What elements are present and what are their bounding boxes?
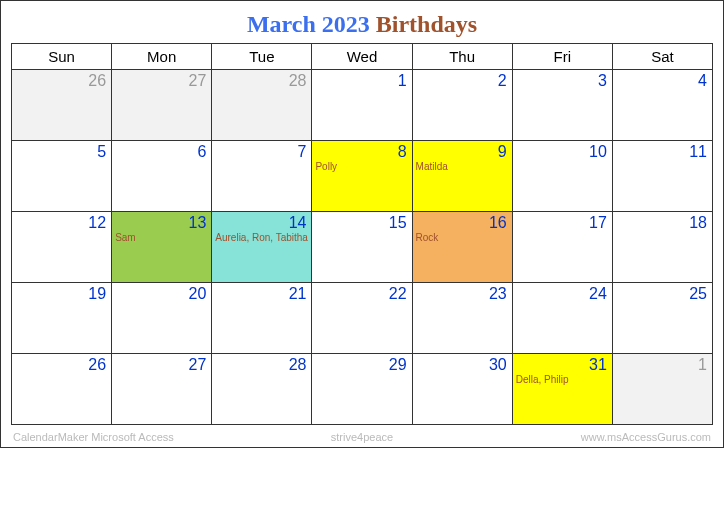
title-suffix: Birthdays	[376, 11, 477, 37]
day-number: 23	[489, 285, 507, 303]
footer-right: www.msAccessGurus.com	[478, 431, 711, 443]
weekday-header: Mon	[112, 44, 212, 70]
day-number: 6	[197, 143, 206, 161]
day-number: 24	[589, 285, 607, 303]
day-cell[interactable]: 20	[112, 283, 212, 354]
birthday-event: Matilda	[416, 161, 448, 172]
day-cell[interactable]: 3	[513, 70, 613, 141]
day-number: 7	[298, 143, 307, 161]
day-cell[interactable]: 26	[12, 354, 112, 425]
day-number: 8	[398, 143, 407, 161]
footer: CalendarMaker Microsoft Access strive4pe…	[1, 429, 723, 447]
day-cell[interactable]: 24	[513, 283, 613, 354]
day-number: 14	[289, 214, 307, 232]
day-cell[interactable]: 22	[312, 283, 412, 354]
day-number: 29	[389, 356, 407, 374]
day-number: 1	[398, 72, 407, 90]
day-cell[interactable]: 14Aurelia, Ron, Tabitha	[212, 212, 312, 283]
day-number: 2	[498, 72, 507, 90]
day-number: 11	[689, 143, 707, 161]
day-cell[interactable]: 16Rock	[413, 212, 513, 283]
day-cell[interactable]: 27	[112, 70, 212, 141]
birthday-event: Rock	[416, 232, 439, 243]
day-cell[interactable]: 28	[212, 354, 312, 425]
day-number: 26	[88, 356, 106, 374]
day-cell[interactable]: 18	[613, 212, 713, 283]
day-number: 27	[188, 72, 206, 90]
page-title: March 2023 Birthdays	[1, 1, 723, 43]
day-cell[interactable]: 17	[513, 212, 613, 283]
weekday-header: Sun	[12, 44, 112, 70]
day-number: 21	[289, 285, 307, 303]
day-number: 9	[498, 143, 507, 161]
day-number: 18	[689, 214, 707, 232]
day-number: 30	[489, 356, 507, 374]
day-cell[interactable]: 2	[413, 70, 513, 141]
weekday-header: Wed	[312, 44, 412, 70]
weekday-header: Sat	[613, 44, 713, 70]
day-cell[interactable]: 27	[112, 354, 212, 425]
day-number: 28	[289, 72, 307, 90]
day-number: 3	[598, 72, 607, 90]
day-cell[interactable]: 23	[413, 283, 513, 354]
day-number: 27	[188, 356, 206, 374]
day-cell[interactable]: 15	[312, 212, 412, 283]
day-cell[interactable]: 19	[12, 283, 112, 354]
day-number: 5	[97, 143, 106, 161]
day-number: 25	[689, 285, 707, 303]
day-cell[interactable]: 30	[413, 354, 513, 425]
day-cell[interactable]: 1	[613, 354, 713, 425]
day-cell[interactable]: 13Sam	[112, 212, 212, 283]
day-number: 15	[389, 214, 407, 232]
weekday-header: Thu	[413, 44, 513, 70]
day-number: 31	[589, 356, 607, 374]
day-number: 4	[698, 72, 707, 90]
birthday-event: Polly	[315, 161, 337, 172]
birthday-event: Della, Philip	[516, 374, 569, 385]
day-cell[interactable]: 12	[12, 212, 112, 283]
day-number: 22	[389, 285, 407, 303]
day-cell[interactable]: 9Matilda	[413, 141, 513, 212]
day-number: 10	[589, 143, 607, 161]
day-cell[interactable]: 31Della, Philip	[513, 354, 613, 425]
title-month: March 2023	[247, 11, 370, 37]
calendar-container: March 2023 Birthdays SunMonTueWedThuFriS…	[0, 0, 724, 448]
day-cell[interactable]: 4	[613, 70, 713, 141]
day-number: 13	[188, 214, 206, 232]
birthday-event: Aurelia, Ron, Tabitha	[215, 232, 308, 243]
birthday-event: Sam	[115, 232, 136, 243]
day-number: 16	[489, 214, 507, 232]
day-cell[interactable]: 7	[212, 141, 312, 212]
footer-center: strive4peace	[246, 431, 479, 443]
day-cell[interactable]: 26	[12, 70, 112, 141]
day-cell[interactable]: 28	[212, 70, 312, 141]
day-cell[interactable]: 5	[12, 141, 112, 212]
day-cell[interactable]: 11	[613, 141, 713, 212]
day-cell[interactable]: 1	[312, 70, 412, 141]
day-cell[interactable]: 10	[513, 141, 613, 212]
weekday-header: Tue	[212, 44, 312, 70]
day-number: 12	[88, 214, 106, 232]
day-number: 28	[289, 356, 307, 374]
day-number: 1	[698, 356, 707, 374]
day-number: 20	[188, 285, 206, 303]
day-cell[interactable]: 6	[112, 141, 212, 212]
day-number: 19	[88, 285, 106, 303]
day-cell[interactable]: 25	[613, 283, 713, 354]
calendar-grid: SunMonTueWedThuFriSat26272812345678Polly…	[11, 43, 713, 425]
day-number: 17	[589, 214, 607, 232]
day-number: 26	[88, 72, 106, 90]
day-cell[interactable]: 21	[212, 283, 312, 354]
day-cell[interactable]: 8Polly	[312, 141, 412, 212]
weekday-header: Fri	[513, 44, 613, 70]
day-cell[interactable]: 29	[312, 354, 412, 425]
footer-left: CalendarMaker Microsoft Access	[13, 431, 246, 443]
